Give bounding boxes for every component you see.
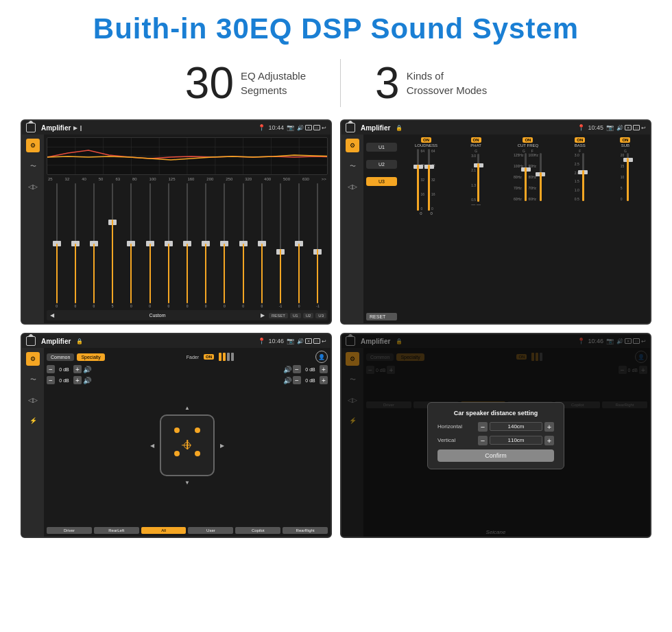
close-icon-2: ✕ — [625, 125, 632, 130]
arrow-down-icon[interactable]: ▼ — [184, 480, 190, 486]
slider-col-5[interactable]: 0 — [123, 183, 140, 308]
sidebar-eq-icon-2[interactable]: ⚙ — [346, 139, 359, 152]
slider-col-1[interactable]: 0 — [48, 183, 65, 308]
vol-fr-minus[interactable]: − — [293, 365, 301, 373]
horizontal-plus-btn[interactable]: + — [544, 422, 554, 432]
confirm-button[interactable]: Confirm — [437, 449, 554, 462]
vol-fl-minus[interactable]: − — [47, 365, 55, 373]
sidebar-wave-icon-2[interactable]: 〜 — [346, 159, 359, 173]
close-icon-1: ✕ — [305, 125, 312, 130]
vertical-value: 110cm — [490, 436, 542, 445]
eq-u2-btn[interactable]: U2 — [303, 313, 314, 318]
phat-label: PHAT — [470, 143, 481, 148]
status-bar-right-3: 📍 10:46 📷 🔊 ✕ □ ↩ — [258, 338, 326, 344]
vol-fr-plus[interactable]: + — [320, 365, 328, 373]
vol-fl-plus[interactable]: + — [73, 365, 82, 373]
seat-fl[interactable] — [174, 428, 180, 433]
rearleft-btn[interactable]: RearLeft — [94, 527, 139, 534]
arrow-up-icon[interactable]: ▲ — [184, 405, 190, 411]
loudness-on-badge[interactable]: ON — [421, 137, 431, 143]
app-title-3: Amplifier — [41, 338, 71, 345]
eq-u1-btn[interactable]: U1 — [290, 313, 301, 318]
home-icon-3[interactable] — [26, 336, 36, 346]
screens-grid: Amplifier ▶ ‖ 📍 10:44 📷 🔊 ✕ □ ↩ ⚙ 〜 — [0, 119, 672, 545]
sidebar-wave-icon[interactable]: 〜 — [26, 159, 40, 173]
phat-on-badge[interactable]: ON — [471, 137, 481, 143]
common-tab[interactable]: Common — [47, 353, 74, 361]
home-icon-1[interactable] — [26, 123, 36, 132]
person-icon[interactable]: 👤 — [315, 351, 328, 363]
sidebar-bt-icon-3[interactable]: ⚡ — [26, 414, 40, 428]
slider-col-15[interactable]: -1 — [309, 183, 326, 308]
bass-on-badge[interactable]: ON — [575, 137, 585, 143]
expand-icon[interactable]: >> — [322, 177, 326, 181]
arrow-left-icon[interactable]: ◀ — [150, 442, 154, 448]
sidebar-eq-icon-3[interactable]: ⚙ — [26, 352, 40, 366]
slider-col-3[interactable]: 0 — [85, 183, 102, 308]
slider-col-8[interactable]: 0 — [178, 183, 195, 308]
fader-bar-1 — [219, 353, 221, 361]
loudness-sliders: 644832160 644832160 — [417, 149, 435, 211]
all-btn[interactable]: All — [141, 527, 187, 534]
horizontal-minus-btn[interactable]: − — [478, 422, 488, 432]
driver-btn[interactable]: Driver — [47, 527, 92, 534]
loudness-label: LOUDNESS — [415, 143, 437, 148]
copilot-btn[interactable]: Copilot — [235, 527, 280, 534]
freq-125: 125 — [168, 177, 175, 181]
vertical-minus-btn[interactable]: − — [478, 436, 488, 445]
slider-col-10[interactable]: 0 — [216, 183, 233, 308]
user-btn[interactable]: User — [188, 527, 233, 534]
left-sidebar-1: ⚙ 〜 ◁▷ — [22, 134, 44, 323]
sidebar-eq-icon[interactable]: ⚙ — [26, 139, 40, 152]
slider-col-12[interactable]: 0 — [253, 183, 270, 308]
eq-prev-btn[interactable]: ◀ — [48, 312, 56, 319]
sidebar-vol-icon[interactable]: ◁▷ — [26, 180, 40, 194]
crossover-label-1: Kinds of — [407, 69, 488, 83]
home-icon-2[interactable] — [346, 123, 355, 132]
slider-col-14[interactable]: 0 — [291, 183, 308, 308]
location-icon-1: 📍 — [258, 124, 265, 131]
location-icon-2: 📍 — [577, 124, 585, 131]
vertical-plus-btn[interactable]: + — [544, 436, 554, 445]
slider-col-13[interactable]: -1 — [272, 183, 289, 308]
car-crosshair[interactable] — [184, 442, 191, 449]
sub-on-badge[interactable]: ON — [620, 137, 630, 143]
eq-label-2: Segments — [241, 83, 306, 97]
slider-col-7[interactable]: 0 — [160, 183, 177, 308]
fader-on-badge[interactable]: ON — [204, 354, 214, 360]
seat-fr[interactable] — [195, 428, 200, 433]
eq-next-btn[interactable]: ▶ — [259, 312, 267, 319]
u1-preset-btn[interactable]: U1 — [366, 143, 397, 152]
speaker-layout: − 0 dB + 🔊 − 0 dB + 🔊 — [47, 365, 328, 525]
eq-u3-btn[interactable]: U3 — [315, 313, 326, 318]
vol-rr-minus[interactable]: − — [293, 376, 301, 384]
sidebar-wave-icon-3[interactable]: 〜 — [26, 373, 40, 386]
crossover-reset-btn[interactable]: RESET — [366, 313, 397, 320]
status-bar-1: Amplifier ▶ ‖ 📍 10:44 📷 🔊 ✕ □ ↩ — [22, 121, 331, 134]
u2-preset-btn[interactable]: U2 — [366, 160, 397, 169]
app-title-1: Amplifier — [41, 124, 71, 132]
eq-reset-btn[interactable]: RESET — [269, 313, 288, 318]
u3-preset-btn[interactable]: U3 — [366, 177, 397, 186]
slider-col-11[interactable]: 0 — [235, 183, 252, 308]
slider-col-4[interactable]: 5 — [104, 183, 121, 308]
rearright-btn[interactable]: RearRight — [283, 527, 328, 534]
sidebar-vol-icon-3[interactable]: ◁▷ — [26, 393, 40, 407]
vol-rr-plus[interactable]: + — [320, 376, 328, 384]
slider-col-2[interactable]: 0 — [67, 183, 84, 308]
seat-rl[interactable] — [174, 451, 180, 456]
freq-400: 400 — [264, 177, 271, 181]
close-icon-3: ✕ — [305, 338, 312, 344]
specialty-tab[interactable]: Specialty — [77, 353, 104, 361]
eq-number: 30 — [185, 61, 234, 105]
arrow-right-icon[interactable]: ▶ — [220, 442, 224, 448]
slider-col-9[interactable]: 0 — [197, 183, 215, 308]
vol-rr-val: 0 dB — [302, 378, 318, 383]
vol-rl-minus[interactable]: − — [47, 376, 55, 384]
sidebar-vol-icon-2[interactable]: ◁▷ — [346, 180, 359, 194]
vol-rl-plus[interactable]: + — [73, 376, 82, 384]
cutfreq-on-badge[interactable]: ON — [523, 137, 533, 143]
seat-rr[interactable] — [195, 451, 200, 456]
left-sidebar-2: ⚙ 〜 ◁▷ — [341, 134, 363, 323]
slider-col-6[interactable]: 0 — [141, 183, 158, 308]
